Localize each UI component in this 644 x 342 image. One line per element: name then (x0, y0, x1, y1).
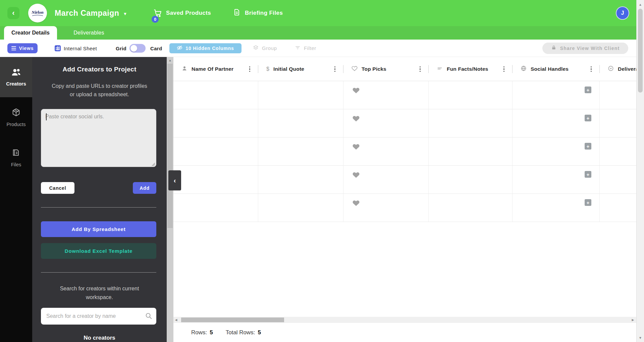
sidebar-item-products[interactable]: Products (0, 97, 32, 137)
column-header: Name Of Partner (173, 57, 258, 81)
heart-icon[interactable] (352, 87, 360, 96)
filter-icon (295, 45, 301, 52)
table-cell[interactable] (258, 81, 343, 109)
table-cell[interactable]: + (513, 194, 600, 222)
table-cell[interactable] (173, 81, 258, 109)
sidebar-item-label: Files (11, 162, 21, 167)
table-cell[interactable] (173, 194, 258, 222)
table-cell[interactable] (343, 109, 429, 137)
scroll-up-arrow[interactable]: ▲ (167, 57, 173, 64)
scrollbar-thumb[interactable] (638, 9, 643, 93)
table-cell[interactable] (600, 166, 636, 194)
table-cell[interactable] (429, 166, 513, 194)
table-cell[interactable] (343, 81, 429, 109)
table-cell[interactable] (429, 81, 513, 109)
add-social-handle-button[interactable]: + (585, 199, 591, 206)
table-cell[interactable]: + (513, 109, 600, 137)
column-menu-button[interactable] (418, 65, 422, 73)
saved-products-button[interactable]: 0 Saved Products (153, 0, 211, 26)
views-label: Views (19, 46, 34, 51)
column-menu-button[interactable] (589, 65, 593, 73)
group-button[interactable]: Group (253, 45, 277, 52)
app-header: ‹ Nirlon March Campaign ▾ 0 Saved Produc… (0, 0, 636, 26)
table-cell[interactable] (429, 137, 513, 166)
creator-search-input[interactable] (41, 308, 156, 325)
page-scrollbar[interactable]: ▲ ▼ (636, 0, 644, 342)
column-menu-button[interactable] (333, 65, 337, 73)
card-view-label: Card (150, 45, 162, 51)
sidebar-item-files[interactable]: Files (0, 137, 32, 178)
scrollbar-thumb[interactable] (181, 318, 284, 322)
saved-products-label: Saved Products (166, 10, 211, 16)
table-row: + (173, 81, 636, 109)
campaign-title-dropdown[interactable]: March Campaign ▾ (55, 0, 126, 26)
table-cell[interactable] (600, 194, 636, 222)
sidebar-item-creators[interactable]: Creators (0, 57, 32, 97)
rows-value: 5 (210, 329, 213, 336)
cancel-button[interactable]: Cancel (41, 182, 74, 194)
table-cell[interactable] (258, 109, 343, 137)
tab-creator-details[interactable]: Creator Details (4, 26, 57, 40)
column-menu-button[interactable] (502, 65, 506, 73)
column-header: Deliverables (600, 57, 636, 81)
heart-icon[interactable] (352, 115, 360, 124)
user-avatar[interactable]: J (616, 6, 629, 20)
heart-icon[interactable] (352, 143, 360, 152)
scroll-down-arrow[interactable]: ▼ (637, 334, 644, 341)
add-button[interactable]: Add (133, 182, 156, 194)
grid-card-toggle[interactable] (129, 44, 146, 53)
filter-button[interactable]: Filter (295, 45, 316, 52)
add-social-handle-button[interactable]: + (585, 143, 591, 150)
eye-off-icon (177, 45, 182, 52)
heart-icon[interactable] (352, 171, 360, 180)
rows-label: Rows: (191, 329, 207, 336)
share-view-button[interactable]: Share View With Client (542, 43, 628, 54)
table-cell[interactable] (258, 137, 343, 166)
table-cell[interactable] (600, 137, 636, 166)
chevron-left-icon: ‹ (174, 177, 176, 184)
scroll-right-arrow[interactable]: ▶ (630, 317, 636, 323)
scroll-left-arrow[interactable]: ◀ (173, 317, 179, 323)
panel-scrollbar[interactable]: ▲ (167, 57, 173, 342)
tab-deliverables[interactable]: Deliverables (67, 26, 111, 40)
add-social-handle-button[interactable]: + (585, 87, 591, 93)
add-by-spreadsheet-button[interactable]: Add By Spreadsheet (41, 221, 156, 237)
table-cell[interactable] (258, 166, 343, 194)
add-social-handle-button[interactable]: + (585, 115, 591, 121)
table-cell[interactable] (173, 137, 258, 166)
table-cell[interactable] (600, 81, 636, 109)
back-button[interactable]: ‹ (7, 7, 19, 19)
scroll-up-arrow[interactable]: ▲ (637, 1, 644, 8)
app-window: ‹ Nirlon March Campaign ▾ 0 Saved Produc… (0, 0, 644, 342)
views-button[interactable]: Views (7, 43, 38, 53)
add-social-handle-button[interactable]: + (585, 171, 591, 178)
table-cell[interactable]: + (513, 166, 600, 194)
table-cell[interactable] (429, 109, 513, 137)
notes-icon (437, 65, 443, 73)
briefing-files-button[interactable]: Briefing Files (233, 0, 283, 26)
paste-urls-textarea[interactable] (41, 109, 156, 167)
download-excel-template-button[interactable]: Download Excel Template (41, 243, 156, 259)
table-cell[interactable] (258, 194, 343, 222)
table-cell[interactable] (600, 109, 636, 137)
table-cell[interactable] (343, 137, 429, 166)
collapse-panel-button[interactable]: ‹ (168, 170, 181, 190)
logo-swoosh (32, 14, 43, 16)
table-cell[interactable]: + (513, 81, 600, 109)
scrollbar-thumb[interactable] (167, 64, 173, 228)
brand-logo: Nirlon (28, 4, 47, 22)
table-cell[interactable] (173, 166, 258, 194)
table-cell[interactable] (429, 194, 513, 222)
hidden-columns-button[interactable]: 10 Hidden Columns (169, 43, 241, 53)
table-cell[interactable] (343, 194, 429, 222)
grid-view-label: Grid (116, 45, 126, 51)
table-cell[interactable] (173, 109, 258, 137)
table-cell[interactable]: + (513, 137, 600, 166)
column-header: Top Picks (343, 57, 429, 81)
heart-icon[interactable] (352, 199, 360, 208)
table-cell[interactable] (343, 166, 429, 194)
column-menu-button[interactable] (248, 65, 252, 73)
table-row: + (173, 194, 636, 222)
horizontal-scrollbar[interactable]: ◀ ▶ (173, 317, 636, 323)
globe-icon (521, 65, 527, 73)
